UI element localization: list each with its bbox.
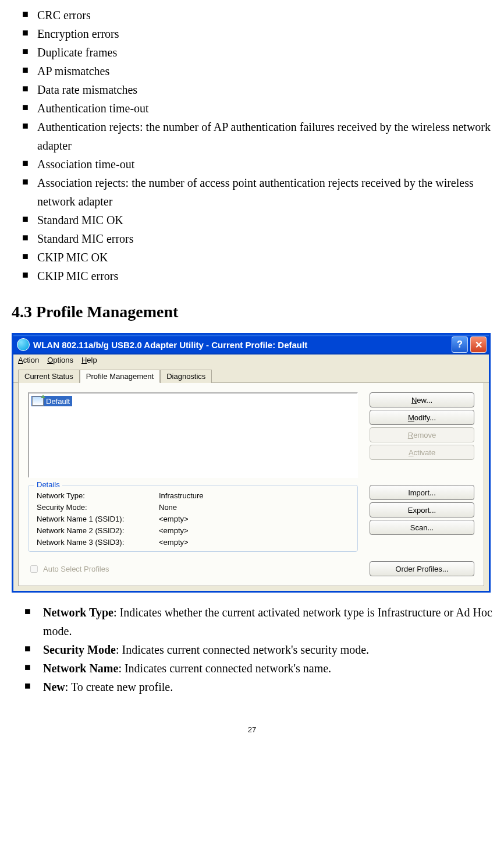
menu-action[interactable]: Action xyxy=(18,356,39,364)
list-item: CKIP MIC OK xyxy=(22,248,492,267)
detail-label: Network Type: xyxy=(37,491,159,500)
tab-diagnostics[interactable]: Diagnostics xyxy=(160,370,212,383)
section-heading: 4.3 Profile Management xyxy=(12,303,492,321)
import-button[interactable]: Import... xyxy=(370,485,474,500)
list-item: Security Mode: Indicates current connect… xyxy=(24,640,492,659)
window-title: WLAN 802.11a/b/g USB2.0 Adapter Utility … xyxy=(33,340,307,350)
list-item: Network Name: Indicates current connecte… xyxy=(24,659,492,678)
close-icon[interactable]: ✕ xyxy=(470,336,487,353)
description-list: Network Type: Indicates whether the curr… xyxy=(24,603,492,696)
tab-current-status[interactable]: Current Status xyxy=(18,370,80,383)
page-number: 27 xyxy=(12,725,492,734)
tab-content: Default New... Modify... Remove Activate… xyxy=(18,383,484,586)
order-profiles-button[interactable]: Order Profiles... xyxy=(370,561,474,576)
detail-label: Security Mode: xyxy=(37,503,159,512)
list-item: Network Type: Indicates whether the curr… xyxy=(24,603,492,640)
auto-select-label: Auto Select Profiles xyxy=(43,565,109,573)
detail-label: Network Name 2 (SSID2): xyxy=(37,526,159,535)
tab-profile-management[interactable]: Profile Management xyxy=(80,370,160,383)
list-item: Standard MIC OK xyxy=(22,211,492,229)
profile-item-label: Default xyxy=(46,397,70,406)
profile-list[interactable]: Default xyxy=(28,392,358,478)
menubar: Action Options Help xyxy=(13,354,489,366)
list-item: Standard MIC errors xyxy=(22,229,492,248)
export-button[interactable]: Export... xyxy=(370,502,474,517)
titlebar: WLAN 802.11a/b/g USB2.0 Adapter Utility … xyxy=(13,335,489,354)
remove-button[interactable]: Remove xyxy=(370,427,474,442)
auto-select-profiles: Auto Select Profiles xyxy=(28,563,109,575)
detail-value: <empty> xyxy=(159,538,349,547)
list-item: CKIP MIC errors xyxy=(22,267,492,285)
activate-button[interactable]: Activate xyxy=(370,445,474,460)
list-item: CRC errors xyxy=(22,6,492,24)
tab-row: Current Status Profile Management Diagno… xyxy=(13,366,489,383)
detail-value: <empty> xyxy=(159,515,349,523)
detail-value: <empty> xyxy=(159,526,349,535)
list-item: Encryption errors xyxy=(22,24,492,43)
list-item: Data rate mismatches xyxy=(22,80,492,99)
scan-button[interactable]: Scan... xyxy=(370,520,474,535)
utility-window: WLAN 802.11a/b/g USB2.0 Adapter Utility … xyxy=(12,333,491,593)
list-item: Duplicate frames xyxy=(22,43,492,62)
menu-help[interactable]: Help xyxy=(81,356,97,364)
details-groupbox: Details Network Type: Infrastructure Sec… xyxy=(28,485,358,552)
detail-label: Network Name 1 (SSID1): xyxy=(37,515,159,523)
auto-select-checkbox xyxy=(30,565,38,573)
new-button[interactable]: New... xyxy=(370,392,474,407)
list-item: AP mismatches xyxy=(22,62,492,80)
modify-button[interactable]: Modify... xyxy=(370,410,474,425)
app-icon xyxy=(17,338,30,351)
list-item: Authentication time-out xyxy=(22,99,492,118)
help-icon[interactable]: ? xyxy=(452,336,468,353)
list-item: Association time-out xyxy=(22,155,492,173)
detail-value: Infrastructure xyxy=(159,491,349,500)
details-legend: Details xyxy=(34,480,62,489)
menu-options[interactable]: Options xyxy=(47,356,73,364)
detail-label: Network Name 3 (SSID3): xyxy=(37,538,159,547)
list-item: New: To create new profile. xyxy=(24,678,492,696)
list-item: Association rejects: the number of acces… xyxy=(22,173,492,211)
list-item: Authentication rejects: the number of AP… xyxy=(22,118,492,155)
profile-icon xyxy=(32,396,44,406)
profile-item-default[interactable]: Default xyxy=(31,396,72,406)
top-bullet-list: CRC errors Encryption errors Duplicate f… xyxy=(22,6,492,285)
detail-value: None xyxy=(159,503,349,512)
